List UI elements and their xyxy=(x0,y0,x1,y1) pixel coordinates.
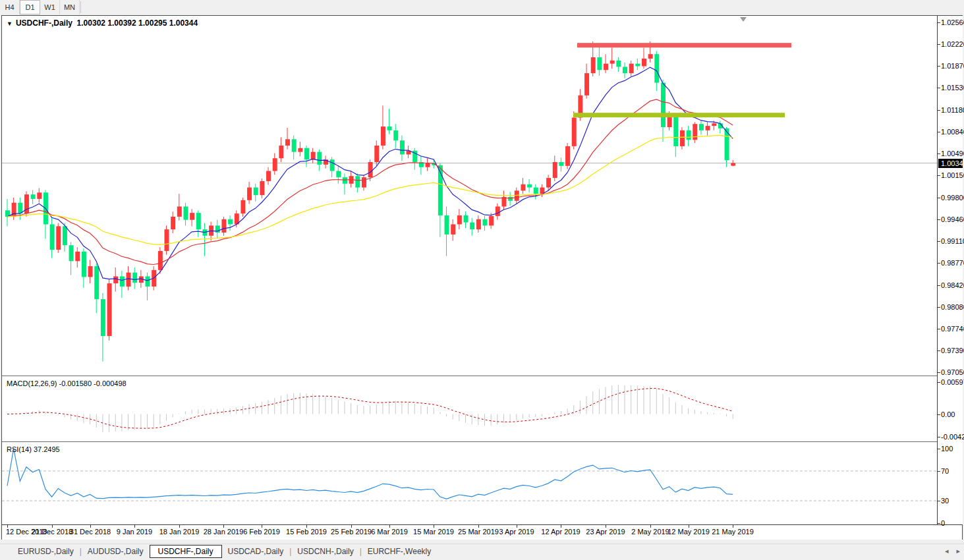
candle-body xyxy=(393,130,398,140)
main-chart-panel[interactable]: ▼USDCHF-,Daily 1.00302 1.00392 1.00295 1… xyxy=(2,16,962,376)
rsi-chart-canvas[interactable] xyxy=(2,443,937,524)
candlestick-chart-canvas[interactable] xyxy=(2,16,937,376)
candle xyxy=(661,80,666,142)
candle xyxy=(565,143,570,169)
candle-body xyxy=(546,178,551,187)
chart-tab-usdcnh[interactable]: USDCNH-,Daily xyxy=(291,546,359,557)
price-tick-label: 1.01530 xyxy=(941,84,964,92)
candle-body xyxy=(445,215,449,235)
candle xyxy=(731,160,735,166)
date-label: 21 May 2019 xyxy=(712,528,754,536)
axis-tick-mark xyxy=(938,372,940,373)
candle xyxy=(165,225,169,254)
candle xyxy=(330,157,335,177)
date-label: 18 Jan 2019 xyxy=(159,528,200,536)
candle-body xyxy=(565,146,570,166)
chart-tab-usdchf[interactable]: USDCHF-,Daily xyxy=(150,545,222,558)
price-tick-label: 0.99460 xyxy=(941,215,964,223)
date-label: 3 Apr 2019 xyxy=(499,528,534,536)
current-price-badge: 1.00344 xyxy=(938,159,963,168)
price-tick-label: 0.98080 xyxy=(941,303,964,311)
chart-tab-usdcad[interactable]: USDCAD-,Daily xyxy=(222,546,290,557)
candle-body xyxy=(731,163,735,166)
date-label: 2 May 2019 xyxy=(631,528,669,536)
candle xyxy=(457,209,462,229)
price-tick-label: 1.00150 xyxy=(941,171,964,179)
candle xyxy=(553,155,557,181)
candle xyxy=(37,188,42,203)
candle-body xyxy=(426,163,430,167)
tab-scroll-controls: ◂ ▸ xyxy=(945,547,960,555)
tab-scroll-left-icon[interactable]: ◂ xyxy=(945,547,949,555)
candle-body xyxy=(285,139,290,146)
price-tick-label: 0.99110 xyxy=(941,237,964,245)
macd-panel[interactable]: MACD(12,26,9) -0.001580 -0.000498 xyxy=(2,378,962,441)
candle-body xyxy=(190,213,194,220)
date-axis[interactable]: 12 Dec 201821 Dec 201831 Dec 20189 Jan 2… xyxy=(2,524,962,540)
axis-tick-mark xyxy=(938,110,940,111)
candle xyxy=(311,148,316,163)
ma-slow-line xyxy=(7,135,733,244)
candle-body xyxy=(215,225,220,233)
indicators-collapse-icon[interactable]: ▼ xyxy=(7,20,13,27)
timeframe-button-h4[interactable]: H4 xyxy=(0,0,20,14)
macd-tick-label: 0.00597 xyxy=(941,378,964,386)
candle-body xyxy=(706,126,710,130)
candle xyxy=(75,247,80,267)
candle xyxy=(680,127,685,150)
candle xyxy=(241,198,245,217)
chart-tab-eurchf[interactable]: EURCHF-,Weekly xyxy=(362,546,437,557)
candle xyxy=(706,122,710,135)
candle-body xyxy=(298,148,302,152)
candle xyxy=(635,59,640,70)
candle xyxy=(693,122,697,143)
candle-body xyxy=(635,64,640,67)
candle-body xyxy=(527,184,532,188)
candle-body xyxy=(88,266,93,277)
candle xyxy=(610,48,615,69)
candle-body xyxy=(629,64,634,73)
price-axis[interactable]: 1.025601.022201.018701.015301.011801.008… xyxy=(937,16,963,524)
axis-tick-mark xyxy=(938,449,940,449)
candle xyxy=(407,146,411,158)
candle-body xyxy=(591,57,596,73)
date-label: 9 Jan 2019 xyxy=(117,528,152,536)
rsi-label: RSI(14) 37.2495 xyxy=(7,445,60,453)
timeframe-button-mn[interactable]: MN xyxy=(60,0,80,14)
macd-chart-canvas[interactable] xyxy=(2,378,937,441)
candle-body xyxy=(368,162,373,177)
ma-mid-line xyxy=(7,99,733,265)
candle xyxy=(374,140,379,166)
candle xyxy=(56,223,61,253)
tab-scroll-right-icon[interactable]: ▸ xyxy=(956,547,960,555)
rsi-tick-label: 0 xyxy=(941,519,945,527)
candle-body xyxy=(127,273,131,287)
chart-tab-audusd[interactable]: AUDUSD-,Daily xyxy=(82,546,150,557)
axis-tick-mark xyxy=(938,329,940,329)
candle xyxy=(260,179,264,198)
candle-body xyxy=(82,252,86,277)
timeframe-button-d1[interactable]: D1 xyxy=(20,0,40,14)
chart-tab-eurusd[interactable]: EURUSD-,Daily xyxy=(12,546,80,557)
candle xyxy=(508,192,513,206)
candle-body xyxy=(56,226,61,250)
rsi-panel[interactable]: RSI(14) 37.2495 xyxy=(2,443,962,524)
candle xyxy=(597,45,602,76)
candle xyxy=(279,137,283,162)
timeframe-button-w1[interactable]: W1 xyxy=(40,0,60,14)
axis-tick-mark xyxy=(938,523,940,524)
candle-body xyxy=(158,251,163,270)
date-label: 12 Apr 2019 xyxy=(541,528,580,536)
chart-shift-marker-icon[interactable] xyxy=(740,17,747,22)
candle-body xyxy=(50,224,55,250)
candle-body xyxy=(476,219,481,229)
price-tick-label: 0.98420 xyxy=(941,281,964,289)
candle-body xyxy=(355,176,360,187)
candle xyxy=(438,163,443,237)
date-label: 6 Feb 2019 xyxy=(243,528,280,536)
candle xyxy=(146,273,150,300)
axis-tick-mark xyxy=(938,241,940,242)
axis-tick-mark xyxy=(938,263,940,264)
price-tick-label: 1.02220 xyxy=(941,40,964,48)
candle-body xyxy=(31,194,36,199)
